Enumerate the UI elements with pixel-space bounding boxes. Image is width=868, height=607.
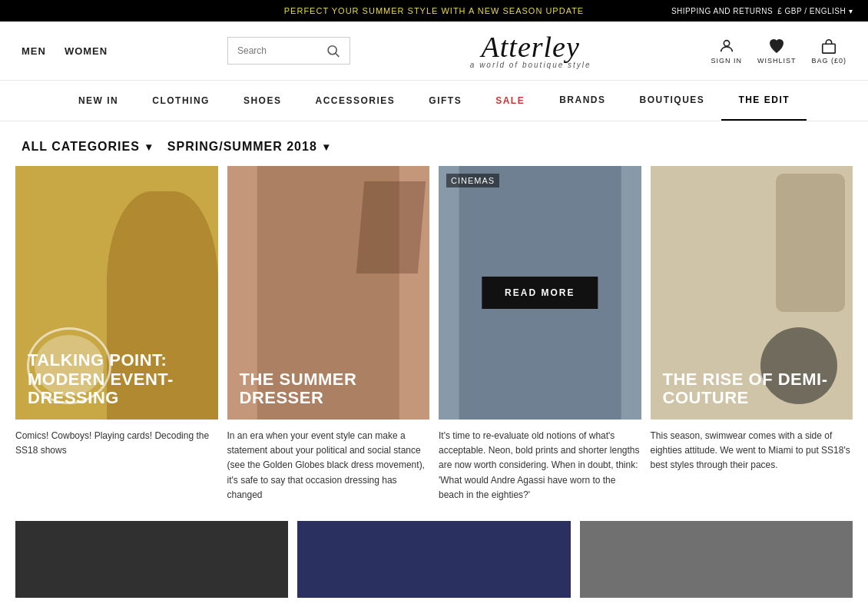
bottom-thumb[interactable] xyxy=(11,521,293,598)
main-navbar: NEW IN CLOTHING SHOES ACCESSORIES GIFTS … xyxy=(0,81,868,121)
announcement-right: SHIPPING AND RETURNS £ GBP / ENGLISH ▾ xyxy=(671,7,853,15)
svg-rect-3 xyxy=(823,44,836,53)
article-title: TALKING POINT: MODERN EVENT-DRESSING xyxy=(28,351,210,407)
filter-bar: ALL CATEGORIES ▾ SPRING/SUMMER 2018 ▾ xyxy=(0,121,868,166)
nav-the-edit[interactable]: THE EDIT xyxy=(721,81,807,121)
bottom-thumb[interactable] xyxy=(293,521,575,598)
article-description: This season, swimwear comes with a side … xyxy=(651,420,853,476)
nav-new-in[interactable]: NEW IN xyxy=(61,81,135,120)
heart-icon xyxy=(768,38,785,55)
signin-button[interactable]: SIGN IN xyxy=(711,38,742,65)
header-right-actions: SIGN IN WISHLIST BAG (£0) xyxy=(711,38,846,65)
bottom-thumbnails xyxy=(0,521,868,607)
categories-filter[interactable]: ALL CATEGORIES ▾ xyxy=(22,140,152,154)
shipping-returns-link[interactable]: SHIPPING AND RETURNS xyxy=(671,7,773,15)
wishlist-label: WISHLIST xyxy=(757,57,797,65)
bag-button[interactable]: BAG (£0) xyxy=(811,38,846,65)
search-input[interactable] xyxy=(237,45,326,56)
article-title: THE SUMMER DRESSER xyxy=(240,370,422,407)
search-icon xyxy=(326,42,340,59)
svg-point-2 xyxy=(724,40,729,45)
nav-men[interactable]: MEN xyxy=(22,45,46,57)
article-image[interactable]: CINEMAS READ MORE xyxy=(439,166,641,420)
announcement-bar: PERFECT YOUR SUMMER STYLE WITH A NEW SEA… xyxy=(0,0,868,22)
categories-arrow: ▾ xyxy=(146,141,152,153)
search-box[interactable] xyxy=(227,37,350,65)
article-description: It's time to re-evaluate old notions of … xyxy=(439,420,641,506)
articles-grid: TALKING POINT: MODERN EVENT-DRESSING Com… xyxy=(0,166,868,521)
bottom-thumb[interactable] xyxy=(575,521,857,598)
season-label: SPRING/SUMMER 2018 xyxy=(167,140,317,154)
svg-point-0 xyxy=(328,46,336,55)
bag-icon xyxy=(820,38,837,55)
logo-tagline: a world of boutique style xyxy=(470,61,591,69)
nav-clothing[interactable]: CLOTHING xyxy=(135,81,227,120)
article-card: CINEMAS READ MORE It's time to re-evalua… xyxy=(434,166,646,506)
signin-label: SIGN IN xyxy=(711,57,742,65)
article-card: THE RISE OF DEMI-COUTURE This season, sw… xyxy=(646,166,858,506)
article-image[interactable]: THE SUMMER DRESSER xyxy=(227,166,430,420)
header-left-nav: MEN WOMEN xyxy=(22,45,108,57)
article-image[interactable]: THE RISE OF DEMI-COUTURE xyxy=(651,166,853,420)
wishlist-button[interactable]: WISHLIST xyxy=(757,38,797,65)
article-description: In an era when your event style can make… xyxy=(227,420,430,506)
nav-accessories[interactable]: ACCESSORIES xyxy=(298,81,412,120)
article-description: Comics! Cowboys! Playing cards! Decoding… xyxy=(15,420,218,461)
nav-boutiques[interactable]: BOUTIQUES xyxy=(623,81,722,121)
season-filter[interactable]: SPRING/SUMMER 2018 ▾ xyxy=(167,140,330,154)
article-card: TALKING POINT: MODERN EVENT-DRESSING Com… xyxy=(11,166,223,506)
bag-label: BAG (£0) xyxy=(811,57,846,65)
article-card: THE SUMMER DRESSER In an era when your e… xyxy=(223,166,435,506)
nav-brands[interactable]: BRANDS xyxy=(542,81,622,121)
nav-gifts[interactable]: GIFTS xyxy=(412,81,479,120)
read-more-button[interactable]: READ MORE xyxy=(482,277,598,309)
nav-women[interactable]: WOMEN xyxy=(65,45,108,57)
site-logo[interactable]: Atterley a world of boutique style xyxy=(470,32,591,69)
article-title: THE RISE OF DEMI-COUTURE xyxy=(663,370,845,407)
nav-sale[interactable]: SALE xyxy=(479,81,542,120)
svg-line-1 xyxy=(336,54,339,57)
season-arrow: ▾ xyxy=(323,141,330,153)
article-image[interactable]: TALKING POINT: MODERN EVENT-DRESSING xyxy=(15,166,218,420)
read-more-overlay: READ MORE xyxy=(482,277,598,309)
announcement-text: PERFECT YOUR SUMMER STYLE WITH A NEW SEA… xyxy=(284,6,584,15)
site-header: MEN WOMEN Atterley a world of boutique s… xyxy=(0,22,868,81)
currency-selector[interactable]: £ GBP / ENGLISH ▾ xyxy=(777,7,853,15)
categories-label: ALL CATEGORIES xyxy=(22,140,140,154)
person-icon xyxy=(718,38,735,55)
navbar-left: NEW IN CLOTHING SHOES ACCESSORIES GIFTS … xyxy=(61,81,542,120)
logo-wordmark: Atterley xyxy=(470,32,591,61)
nav-shoes[interactable]: SHOES xyxy=(227,81,299,120)
navbar-right: BRANDS BOUTIQUES THE EDIT xyxy=(542,81,807,121)
